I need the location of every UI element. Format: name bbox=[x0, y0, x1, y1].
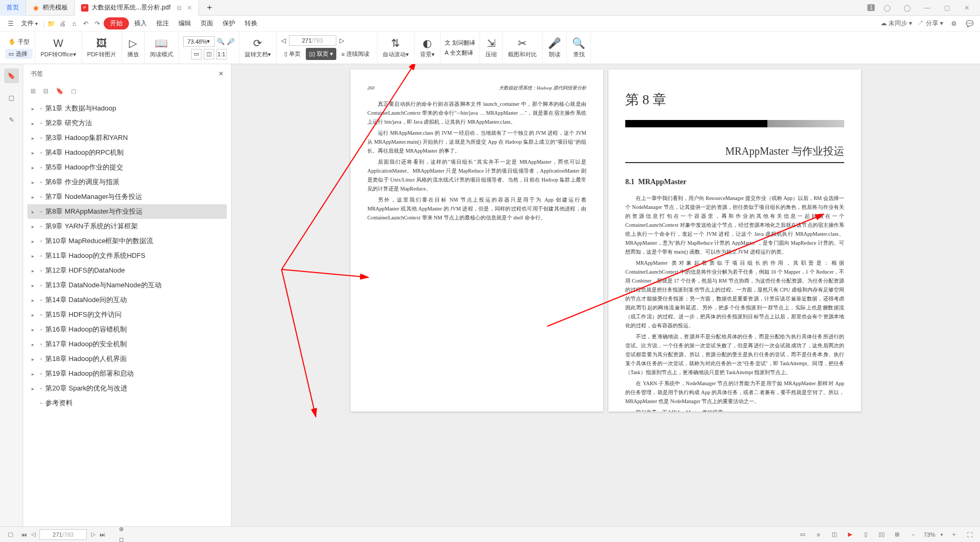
zoom-display[interactable]: 73% bbox=[924, 531, 935, 538]
playback-icon[interactable]: ▶ bbox=[845, 529, 855, 540]
edit-menu[interactable]: 编辑 bbox=[174, 17, 195, 30]
add-bookmark-icon[interactable]: 🔖 bbox=[56, 87, 64, 95]
view3-icon[interactable]: ◫ bbox=[829, 529, 839, 540]
layout2-icon[interactable]: ▯▯ bbox=[876, 529, 887, 540]
bookmark-item[interactable]: ▸▫第15章 HDFS的文件访问 bbox=[27, 307, 227, 322]
layout3-icon[interactable]: ⊞ bbox=[892, 529, 903, 540]
attachments-rail-button[interactable]: ✎ bbox=[4, 113, 19, 127]
bookmark-item[interactable]: ▸▫第14章 DataNode间的互动 bbox=[27, 293, 227, 307]
annotate-menu[interactable]: 批注 bbox=[152, 17, 173, 30]
bookmark-item[interactable]: ▸▫第19章 Hadoop的部署和启动 bbox=[27, 366, 227, 381]
bookmark-item[interactable]: ▸▫第4章 Hadoop的RPC机制 bbox=[27, 145, 227, 160]
compress-button[interactable]: ⇲ 压缩 bbox=[480, 32, 503, 64]
redo-icon[interactable]: ↷ bbox=[92, 18, 103, 29]
bookmark-item[interactable]: ▸▫第8章 MRAppMaster与作业投运 bbox=[27, 204, 227, 219]
bookmark-icon[interactable]: ◻ bbox=[71, 87, 76, 95]
undo-icon[interactable]: ↶ bbox=[81, 18, 91, 29]
read-mode-button[interactable]: 📖 阅读模式 bbox=[145, 32, 179, 64]
save-icon[interactable]: 🖨 bbox=[57, 18, 68, 29]
status-page-input[interactable]: 271/783 bbox=[39, 529, 87, 540]
fit-width-button[interactable]: ▭ bbox=[191, 49, 202, 59]
bookmark-item[interactable]: ▸▫第9章 YARN子系统的计算框架 bbox=[27, 219, 227, 234]
bookmark-item[interactable]: ▸▫第13章 DataNode与NameNode的互动 bbox=[27, 278, 227, 293]
bookmark-item[interactable]: ▸▫第17章 Hadoop的安全机制 bbox=[27, 337, 227, 352]
bookmark-item[interactable]: ▸▫第6章 作业的调度与指派 bbox=[27, 175, 227, 189]
play-button[interactable]: ▷ 播放 bbox=[122, 32, 145, 64]
marker-icon[interactable]: ◻ bbox=[116, 535, 126, 543]
page-prev-button[interactable]: ◁ bbox=[281, 37, 286, 44]
first-page-button[interactable]: ⏮ bbox=[21, 531, 27, 538]
bookmark-item[interactable]: ▸▫第16章 Hadoop的容错机制 bbox=[27, 322, 227, 337]
single-page-button[interactable]: ▯ 单页 bbox=[281, 48, 304, 60]
zoom-input[interactable]: 73.48%▾ bbox=[183, 36, 215, 47]
bookmark-item[interactable]: ▸▫第7章 NodeManager与任务投运 bbox=[27, 189, 227, 204]
file-menu[interactable]: 文件 ▾ bbox=[17, 17, 42, 30]
page-menu[interactable]: 页面 bbox=[196, 17, 217, 30]
share-button[interactable]: ↗ 分享 ▾ bbox=[917, 19, 943, 28]
screenshot-button[interactable]: ✂ 截图和对比 bbox=[503, 32, 543, 64]
bookmark-item[interactable]: ▸▫第20章 Spark的优化与改进 bbox=[27, 381, 227, 396]
tab-active-document[interactable]: P 大数据处理系统...景分析.pdf ⧉ ✕ bbox=[75, 0, 199, 16]
add-marker-icon[interactable]: ⊕ bbox=[116, 524, 126, 535]
settings-icon[interactable]: ⚙ bbox=[948, 18, 959, 29]
double-page-button[interactable]: ▯▯ 双页▾ bbox=[306, 48, 336, 60]
sidebar-close-icon[interactable]: ✕ bbox=[218, 70, 224, 77]
close-button[interactable]: ✕ bbox=[959, 1, 975, 15]
continuous-button[interactable]: ≡ 连续阅读 bbox=[338, 48, 373, 60]
find-button[interactable]: 🔍 查找 bbox=[567, 32, 591, 64]
minimize-button[interactable]: — bbox=[919, 1, 935, 15]
bookmark-item[interactable]: ▸▫第5章 Hadoop作业的提交 bbox=[27, 160, 227, 175]
fit-page-button[interactable]: ◫ bbox=[204, 49, 214, 59]
zoom-in-icon[interactable]: 🔎 bbox=[227, 38, 235, 45]
chat-icon[interactable]: 💬 bbox=[964, 18, 975, 29]
sidebar-toggle-icon[interactable]: ▢ bbox=[5, 529, 16, 540]
start-menu[interactable]: 开始 bbox=[104, 17, 129, 29]
layout1-icon[interactable]: ▯ bbox=[861, 529, 871, 540]
hand-tool[interactable]: ✋ 手型 bbox=[5, 37, 33, 47]
tab-home[interactable]: 首页 bbox=[0, 0, 26, 16]
rotate-button[interactable]: ⟳ 旋转文档▾ bbox=[239, 32, 277, 64]
tab-close-icon[interactable]: ✕ bbox=[187, 4, 192, 12]
expand-all-icon[interactable]: ⊞ bbox=[31, 87, 36, 95]
notification-badge[interactable]: 1 bbox=[867, 4, 875, 11]
hamburger-icon[interactable]: ☰ bbox=[5, 18, 16, 29]
user2-icon[interactable]: ◯ bbox=[899, 1, 915, 15]
open-icon[interactable]: 📁 bbox=[46, 18, 56, 29]
pdf-to-image-button[interactable]: 🖼 PDF转图片 bbox=[82, 32, 122, 64]
protect-menu[interactable]: 保护 bbox=[218, 17, 239, 30]
bookmark-item[interactable]: ▸▫第10章 MapReduce框架中的数据流 bbox=[27, 234, 227, 248]
background-button[interactable]: ◐ 背景▾ bbox=[415, 32, 441, 64]
thumbnails-rail-button[interactable]: ▢ bbox=[4, 91, 19, 105]
pdf-to-office-button[interactable]: W PDF转Office▾ bbox=[35, 32, 82, 64]
view2-icon[interactable]: ≡ bbox=[813, 529, 824, 540]
zoom-out-status[interactable]: − bbox=[908, 529, 918, 540]
view1-icon[interactable]: ▭ bbox=[797, 529, 808, 540]
maximize-button[interactable]: ▢ bbox=[939, 1, 955, 15]
next-page-button[interactable]: ▷ bbox=[91, 531, 95, 538]
user-icon[interactable]: ◯ bbox=[879, 1, 895, 15]
tab-templates[interactable]: ◉ 稻壳模板 bbox=[26, 0, 75, 16]
zoom-in-status[interactable]: ＋ bbox=[948, 529, 959, 540]
actual-size-button[interactable]: 1:1 bbox=[216, 49, 227, 59]
bookmark-item[interactable]: ▫参考资料 bbox=[27, 396, 227, 410]
fullscreen-icon[interactable]: ⛶ bbox=[964, 529, 975, 540]
select-tool[interactable]: ▭ 选择 bbox=[5, 49, 33, 59]
bookmark-item[interactable]: ▸▫第11章 Hadoop的文件系统HDFS bbox=[27, 248, 227, 263]
sync-status[interactable]: ☁ 未同步 ▾ bbox=[881, 19, 913, 28]
document-viewport[interactable]: 260 大数据处理系统：Hadoop 源代码情景分析 真正要启动执行的命令行则在… bbox=[232, 64, 980, 526]
quick-icon[interactable]: ⎌ bbox=[69, 18, 79, 29]
prev-page-button[interactable]: ◁ bbox=[31, 531, 35, 538]
bookmark-item[interactable]: ▸▫第2章 研究方法 bbox=[27, 116, 227, 131]
zoom-out-icon[interactable]: 🔍 bbox=[217, 38, 225, 45]
bookmark-item[interactable]: ▸▫第18章 Hadoop的人机界面 bbox=[27, 352, 227, 366]
last-page-button[interactable]: ⏭ bbox=[99, 531, 105, 538]
full-translate-button[interactable]: A 全文翻译 bbox=[445, 49, 475, 57]
bookmark-item[interactable]: ▸▫第1章 大数据与Hadoop bbox=[27, 101, 227, 116]
bookmarks-rail-button[interactable]: 🔖 bbox=[4, 68, 19, 83]
insert-menu[interactable]: 插入 bbox=[130, 17, 151, 30]
collapse-all-icon[interactable]: ⊟ bbox=[43, 87, 48, 95]
auto-scroll-button[interactable]: ⇅ 自动滚动▾ bbox=[377, 32, 415, 64]
convert-menu[interactable]: 转换 bbox=[241, 17, 262, 30]
tab-popout-icon[interactable]: ⧉ bbox=[177, 4, 182, 12]
page-next-button[interactable]: ▷ bbox=[339, 37, 344, 44]
